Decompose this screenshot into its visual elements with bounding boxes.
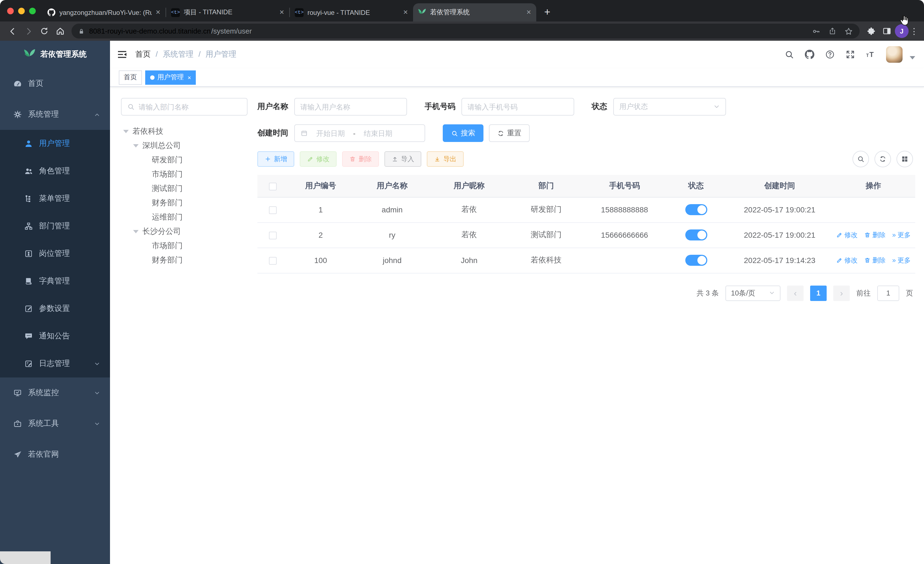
add-button[interactable]: 新增 (257, 151, 294, 167)
tree-node[interactable]: 财务部门 (121, 253, 248, 268)
help-icon[interactable] (825, 50, 835, 59)
sidebar-item-dict-management[interactable]: 字典管理 (0, 268, 110, 295)
breadcrumb-home[interactable]: 首页 (135, 50, 151, 59)
row-checkbox[interactable] (268, 257, 276, 265)
fullscreen-icon[interactable] (845, 50, 855, 59)
app-logo-title: 若依管理系统 (40, 50, 87, 59)
extensions-puzzle-icon[interactable] (863, 23, 879, 39)
tag-user-management-active[interactable]: 用户管理 × (145, 70, 196, 84)
forward-button[interactable] (20, 23, 36, 39)
show-search-toggle-button[interactable] (852, 151, 869, 167)
tab-close-icon[interactable]: ✕ (279, 9, 284, 16)
sidebar-item-system-management[interactable]: 系统管理 (0, 99, 110, 130)
window-minimize-button[interactable] (18, 8, 25, 14)
app-logo[interactable]: 若依管理系统 (0, 41, 110, 68)
column-settings-button[interactable] (897, 151, 913, 167)
sidebar-item-menu-management[interactable]: 菜单管理 (0, 185, 110, 212)
sidebar-item-dept-management[interactable]: 部门管理 (0, 212, 110, 240)
tab-close-icon[interactable]: ✕ (526, 9, 531, 16)
sidebar-fold-icon[interactable] (117, 49, 128, 60)
row-delete-link[interactable]: 删除 (864, 230, 885, 240)
export-button[interactable]: 导出 (427, 151, 464, 167)
download-icon (434, 156, 441, 162)
avatar-caret-down-icon[interactable] (910, 56, 915, 59)
phone-input[interactable] (462, 98, 574, 116)
tree-node[interactable]: 研发部门 (121, 153, 248, 167)
tag-close-icon[interactable]: × (188, 74, 191, 81)
new-tab-button[interactable]: + (540, 5, 555, 20)
status-toggle[interactable] (685, 255, 707, 266)
browser-tab-titanide-project[interactable]: <t> 项目 - TITANIDE ✕ (166, 3, 289, 21)
tree-node[interactable]: 测试部门 (121, 182, 248, 196)
sidebar-item-param-settings[interactable]: 参数设置 (0, 295, 110, 322)
share-icon[interactable] (828, 27, 837, 35)
sidebar-item-ruoyi-website[interactable]: 若依官网 (0, 439, 110, 470)
sidebar-item-home[interactable]: 首页 (0, 68, 110, 99)
next-page-button[interactable]: › (833, 285, 850, 301)
window-zoom-button[interactable] (29, 8, 36, 14)
page-1-button[interactable]: 1 (810, 285, 826, 301)
sidebar-item-role-management[interactable]: 角色管理 (0, 157, 110, 185)
edit-button[interactable]: 修改 (300, 151, 337, 167)
window-close-button[interactable] (7, 8, 14, 14)
row-checkbox[interactable] (268, 232, 276, 239)
refresh-table-button[interactable] (874, 151, 891, 167)
home-button[interactable] (52, 23, 68, 39)
reset-button[interactable]: 重置 (489, 124, 530, 142)
date-range-picker[interactable]: - (294, 124, 425, 142)
browser-tab-ruoyi-github[interactable]: yangzongzhuan/RuoYi-Vue: (Ru ✕ (42, 3, 165, 21)
sidebar-item-post-management[interactable]: 岗位管理 (0, 240, 110, 268)
tree-node[interactable]: 运维部门 (121, 210, 248, 224)
date-start-input[interactable] (311, 129, 350, 137)
row-more-link[interactable]: »更多 (892, 256, 910, 265)
tab-close-icon[interactable]: ✕ (403, 9, 408, 16)
caret-down-icon[interactable] (123, 130, 129, 133)
row-edit-link[interactable]: 修改 (836, 230, 858, 240)
search-icon[interactable] (784, 50, 794, 59)
sidebar-item-user-management[interactable]: 用户管理 (0, 130, 110, 157)
status-select[interactable]: 用户状态 (613, 98, 726, 116)
reload-button[interactable] (36, 23, 52, 39)
page-size-select[interactable]: 10条/页 (726, 285, 780, 301)
import-button[interactable]: 导入 (384, 151, 421, 167)
tree-node[interactable]: 长沙分公司 (121, 224, 248, 239)
side-panel-icon[interactable] (879, 23, 895, 39)
select-all-checkbox[interactable] (268, 183, 276, 190)
github-icon[interactable] (805, 50, 814, 59)
prev-page-button[interactable]: ‹ (787, 285, 804, 301)
search-button[interactable]: 搜索 (443, 124, 483, 142)
row-more-link[interactable]: »更多 (892, 230, 910, 240)
browser-menu-icon[interactable]: ⋮ (909, 26, 920, 36)
sidebar-item-system-monitor[interactable]: 系统监控 (0, 378, 110, 408)
back-button[interactable] (4, 23, 20, 39)
row-edit-link[interactable]: 修改 (836, 256, 858, 265)
sidebar-item-log-management[interactable]: 日志管理 (0, 350, 110, 378)
dept-search-input[interactable] (139, 102, 242, 111)
username-input[interactable] (294, 98, 407, 116)
tab-close-icon[interactable]: ✕ (156, 9, 160, 16)
tree-node[interactable]: 市场部门 (121, 167, 248, 182)
user-avatar[interactable] (886, 46, 903, 63)
tree-node-root[interactable]: 若依科技 (121, 124, 248, 139)
tag-home[interactable]: 首页 (119, 70, 142, 84)
tree-node[interactable]: 财务部门 (121, 196, 248, 210)
status-toggle[interactable] (685, 229, 707, 241)
font-size-icon[interactable] (866, 50, 876, 59)
goto-page-input[interactable] (877, 285, 899, 301)
status-toggle[interactable] (685, 204, 707, 215)
password-key-icon[interactable] (812, 27, 820, 36)
browser-tab-rouyi-vue[interactable]: <t> rouyi-vue - TITANIDE ✕ (290, 3, 413, 21)
sidebar-item-notice[interactable]: 通知公告 (0, 322, 110, 350)
bookmark-star-icon[interactable] (844, 27, 853, 36)
caret-down-icon[interactable] (133, 230, 139, 233)
sidebar-item-system-tools[interactable]: 系统工具 (0, 408, 110, 439)
tree-node[interactable]: 深圳总公司 (121, 139, 248, 153)
tree-node[interactable]: 市场部门 (121, 239, 248, 253)
caret-down-icon[interactable] (133, 144, 139, 147)
row-checkbox[interactable] (268, 206, 276, 214)
address-bar[interactable]: 8081-rouyi-vue-demo.cloud.titanide.cn/sy… (72, 24, 860, 39)
date-end-input[interactable] (359, 129, 398, 137)
delete-button[interactable]: 删除 (342, 151, 379, 167)
row-delete-link[interactable]: 删除 (864, 256, 885, 265)
browser-tab-ruoyi-admin-active[interactable]: 若依管理系统 ✕ (413, 3, 536, 21)
